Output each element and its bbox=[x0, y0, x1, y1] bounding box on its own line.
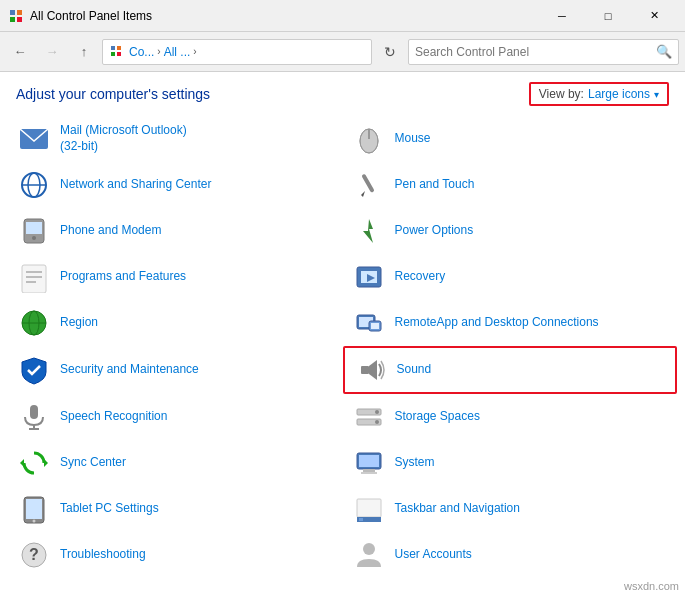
mouse-icon bbox=[353, 123, 385, 155]
minimize-button[interactable]: ─ bbox=[539, 0, 585, 32]
security-icon bbox=[18, 354, 50, 386]
item-region[interactable]: Region bbox=[8, 300, 343, 346]
svg-marker-16 bbox=[361, 191, 365, 197]
main-panel: Adjust your computer's settings View by:… bbox=[0, 72, 685, 594]
trouble-icon: ? bbox=[18, 539, 50, 571]
item-recovery[interactable]: Recovery bbox=[343, 254, 678, 300]
svg-rect-36 bbox=[30, 405, 38, 419]
titlebar-controls: ─ □ ✕ bbox=[539, 0, 677, 32]
recovery-label: Recovery bbox=[395, 269, 446, 285]
svg-rect-3 bbox=[17, 17, 22, 22]
item-user[interactable]: User Accounts bbox=[343, 532, 678, 578]
power-icon bbox=[353, 215, 385, 247]
maximize-button[interactable]: □ bbox=[585, 0, 631, 32]
svg-point-51 bbox=[33, 520, 36, 523]
security-label: Security and Maintenance bbox=[60, 362, 199, 378]
up-button[interactable]: ↑ bbox=[70, 38, 98, 66]
mail-label: Mail (Microsoft Outlook) (32-bit) bbox=[60, 123, 187, 154]
svg-rect-0 bbox=[10, 10, 15, 15]
svg-rect-20 bbox=[22, 265, 46, 293]
programs-icon bbox=[18, 261, 50, 293]
svg-text:?: ? bbox=[29, 546, 39, 563]
item-taskbar[interactable]: Taskbar and Navigation bbox=[343, 486, 678, 532]
svg-rect-4 bbox=[111, 46, 115, 50]
remote-label: RemoteApp and Desktop Connections bbox=[395, 315, 599, 331]
search-bar[interactable]: 🔍 bbox=[408, 39, 679, 65]
breadcrumb[interactable]: Co... › All ... › bbox=[102, 39, 372, 65]
item-power[interactable]: Power Options bbox=[343, 208, 678, 254]
phone-icon bbox=[18, 215, 50, 247]
region-label: Region bbox=[60, 315, 98, 331]
system-icon bbox=[353, 447, 385, 479]
tablet-label: Tablet PC Settings bbox=[60, 501, 159, 517]
item-pen[interactable]: Pen and Touch bbox=[343, 162, 678, 208]
svg-point-41 bbox=[375, 410, 379, 414]
svg-rect-34 bbox=[361, 366, 369, 374]
mail-icon bbox=[18, 123, 50, 155]
search-icon: 🔍 bbox=[656, 44, 672, 59]
breadcrumb-all[interactable]: All ... bbox=[164, 45, 191, 59]
sound-icon bbox=[355, 354, 387, 386]
item-remote[interactable]: RemoteApp and Desktop Connections bbox=[343, 300, 678, 346]
item-phone[interactable]: Phone and Modem bbox=[8, 208, 343, 254]
system-label: System bbox=[395, 455, 435, 471]
taskbar-label: Taskbar and Navigation bbox=[395, 501, 520, 517]
titlebar: All Control Panel Items ─ □ ✕ bbox=[0, 0, 685, 32]
item-tablet[interactable]: Tablet PC Settings bbox=[8, 486, 343, 532]
svg-rect-5 bbox=[117, 46, 121, 50]
item-security[interactable]: Security and Maintenance bbox=[8, 346, 343, 394]
svg-rect-1 bbox=[17, 10, 22, 15]
item-storage[interactable]: Storage Spaces bbox=[343, 394, 678, 440]
remote-icon bbox=[353, 307, 385, 339]
taskbar-icon bbox=[353, 493, 385, 525]
sync-label: Sync Center bbox=[60, 455, 126, 471]
watermark: wsxdn.com bbox=[624, 580, 679, 592]
svg-rect-48 bbox=[361, 472, 377, 474]
items-grid: Mail (Microsoft Outlook) (32-bit)MouseNe… bbox=[8, 116, 677, 578]
svg-rect-46 bbox=[359, 455, 379, 467]
item-network[interactable]: Network and Sharing Center bbox=[8, 162, 343, 208]
search-input[interactable] bbox=[415, 45, 656, 59]
svg-rect-18 bbox=[26, 222, 42, 234]
viewby-label: View by: bbox=[539, 87, 584, 101]
svg-point-57 bbox=[363, 543, 375, 555]
titlebar-title: All Control Panel Items bbox=[30, 9, 539, 23]
item-trouble[interactable]: ?Troubleshooting bbox=[8, 532, 343, 578]
svg-rect-15 bbox=[361, 174, 374, 193]
sound-label: Sound bbox=[397, 362, 432, 378]
sync-icon bbox=[18, 447, 50, 479]
breadcrumb-co[interactable]: Co... bbox=[129, 45, 154, 59]
region-icon bbox=[18, 307, 50, 339]
item-system[interactable]: System bbox=[343, 440, 678, 486]
svg-rect-2 bbox=[10, 17, 15, 22]
viewby-chevron-icon: ▾ bbox=[654, 89, 659, 100]
svg-marker-44 bbox=[20, 459, 24, 467]
tablet-icon bbox=[18, 493, 50, 525]
back-button[interactable]: ← bbox=[6, 38, 34, 66]
storage-label: Storage Spaces bbox=[395, 409, 480, 425]
close-button[interactable]: ✕ bbox=[631, 0, 677, 32]
item-sync[interactable]: Sync Center bbox=[8, 440, 343, 486]
item-programs[interactable]: Programs and Features bbox=[8, 254, 343, 300]
panel-title: Adjust your computer's settings bbox=[16, 86, 210, 102]
speech-label: Speech Recognition bbox=[60, 409, 167, 425]
item-sound[interactable]: Sound bbox=[343, 346, 678, 394]
item-mouse[interactable]: Mouse bbox=[343, 116, 678, 162]
recovery-icon bbox=[353, 261, 385, 293]
addressbar: ← → ↑ Co... › All ... › ↻ 🔍 bbox=[0, 32, 685, 72]
item-mail[interactable]: Mail (Microsoft Outlook) (32-bit) bbox=[8, 116, 343, 162]
svg-rect-52 bbox=[357, 499, 381, 517]
programs-label: Programs and Features bbox=[60, 269, 186, 285]
svg-rect-33 bbox=[371, 323, 379, 329]
pen-label: Pen and Touch bbox=[395, 177, 475, 193]
forward-button[interactable]: → bbox=[38, 38, 66, 66]
viewby-control[interactable]: View by: Large icons ▾ bbox=[529, 82, 669, 106]
storage-icon bbox=[353, 401, 385, 433]
refresh-button[interactable]: ↻ bbox=[376, 38, 404, 66]
item-speech[interactable]: Speech Recognition bbox=[8, 394, 343, 440]
svg-rect-50 bbox=[26, 499, 42, 519]
user-icon bbox=[353, 539, 385, 571]
svg-rect-54 bbox=[359, 518, 363, 521]
svg-point-42 bbox=[375, 420, 379, 424]
mouse-label: Mouse bbox=[395, 131, 431, 147]
